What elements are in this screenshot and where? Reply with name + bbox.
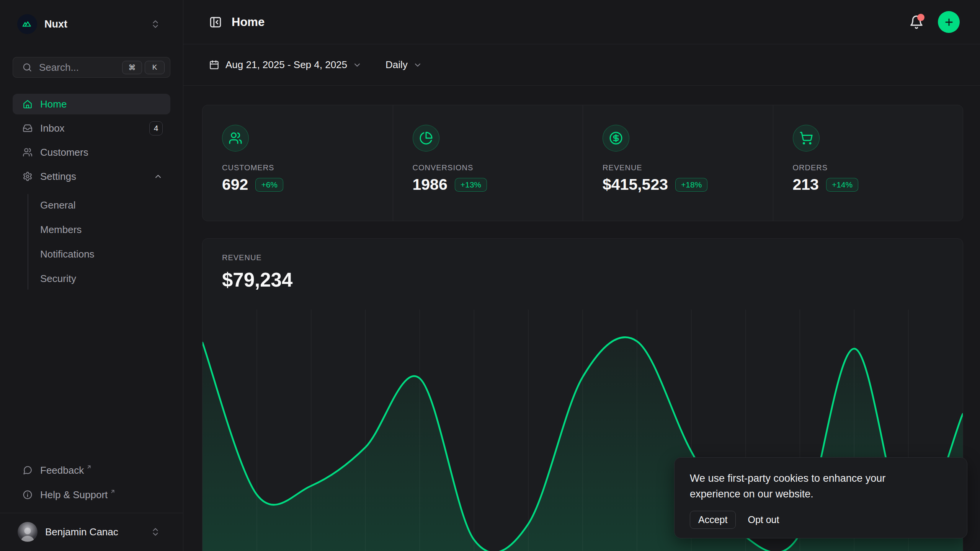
nuxt-logo-icon xyxy=(17,14,37,34)
help-support-link[interactable]: Help & Support xyxy=(13,485,170,505)
sidebar-nav: Home Inbox 4 Customers Settings xyxy=(13,94,170,289)
date-range-label: Aug 21, 2025 - Sep 4, 2025 xyxy=(225,59,347,71)
sidebar: Nuxt Search... ⌘ K Home Inbox 4 xyxy=(0,0,183,551)
accept-button[interactable]: Accept xyxy=(690,511,736,529)
search-placeholder: Search... xyxy=(39,62,79,73)
chevrons-up-down-icon xyxy=(150,527,160,537)
workspace-name: Nuxt xyxy=(44,18,67,30)
settings-children: General Members Notifications Security xyxy=(13,195,170,289)
arrow-up-right-icon xyxy=(86,464,92,470)
add-button[interactable] xyxy=(938,11,960,33)
circle-dollar-sign-icon xyxy=(603,125,629,152)
feedback-link[interactable]: Feedback xyxy=(13,460,170,480)
kbd-k: K xyxy=(145,61,165,74)
stat-value: $415,523 xyxy=(603,177,668,192)
stats-row: CUSTOMERS 692 +6% CONVERSIONS 1986 +13% xyxy=(202,105,963,221)
stat-delta-badge: +6% xyxy=(255,178,283,192)
calendar-icon xyxy=(209,60,219,70)
sidebar-subitem-general[interactable]: General xyxy=(13,195,170,215)
stat-delta-badge: +18% xyxy=(675,178,707,192)
kbd-command: ⌘ xyxy=(122,61,142,74)
revenue-chart-total: $79,234 xyxy=(222,269,292,291)
chevron-up-icon xyxy=(154,172,163,181)
sidebar-subitem-notifications[interactable]: Notifications xyxy=(13,244,170,264)
stat-label: ORDERS xyxy=(793,163,963,172)
stat-value: 692 xyxy=(222,177,248,192)
cookie-banner: We use first-party cookies to enhance yo… xyxy=(674,457,967,538)
stat-value: 1986 xyxy=(413,177,448,192)
user-name: Benjamin Canac xyxy=(45,526,118,538)
sidebar-item-inbox[interactable]: Inbox 4 xyxy=(13,118,170,139)
date-range-picker[interactable]: Aug 21, 2025 - Sep 4, 2025 xyxy=(209,59,362,71)
sidebar-subitem-security[interactable]: Security xyxy=(13,269,170,289)
avatar xyxy=(18,522,38,542)
house-icon xyxy=(23,99,33,109)
sidebar-secondary: Feedback Help & Support xyxy=(13,460,170,505)
search-icon xyxy=(22,62,32,72)
notifications-button[interactable] xyxy=(909,15,924,29)
shopping-cart-icon xyxy=(793,125,820,152)
sidebar-item-label: Home xyxy=(40,98,67,110)
user-menu[interactable]: Benjamin Canac xyxy=(13,520,170,543)
search-input[interactable]: Search... ⌘ K xyxy=(13,57,170,78)
stat-card-customers[interactable]: CUSTOMERS 692 +6% xyxy=(203,105,393,221)
tree-guide-line xyxy=(28,194,28,290)
plus-icon xyxy=(944,17,954,28)
arrow-up-right-icon xyxy=(110,489,116,494)
info-circle-icon xyxy=(23,490,33,500)
workspace-selector[interactable]: Nuxt xyxy=(13,13,170,35)
sidebar-item-label: Inbox xyxy=(40,122,65,134)
cookie-message: We use first-party cookies to enhance yo… xyxy=(690,471,935,502)
sidebar-item-home[interactable]: Home xyxy=(13,94,170,114)
stat-label: CONVERSIONS xyxy=(413,163,583,172)
stat-label: CUSTOMERS xyxy=(222,163,393,172)
granularity-label: Daily xyxy=(385,59,408,71)
inbox-count-badge: 4 xyxy=(149,121,163,135)
stat-value: 213 xyxy=(793,177,819,192)
users-icon xyxy=(222,125,249,152)
sidebar-item-settings[interactable]: Settings xyxy=(13,166,170,187)
chevron-down-icon xyxy=(413,60,422,70)
stat-card-conversions[interactable]: CONVERSIONS 1986 +13% xyxy=(393,105,583,221)
chevron-down-icon xyxy=(353,60,362,70)
sidebar-divider xyxy=(0,513,183,513)
search-shortcut: ⌘ K xyxy=(122,61,165,74)
stat-delta-badge: +14% xyxy=(826,178,858,192)
sidebar-item-customers[interactable]: Customers xyxy=(13,142,170,163)
opt-out-button[interactable]: Opt out xyxy=(748,511,779,528)
message-circle-icon xyxy=(23,465,33,475)
sidebar-item-label: Settings xyxy=(40,171,76,183)
settings-gear-icon xyxy=(23,171,33,181)
inbox-icon xyxy=(23,123,33,133)
page-title: Home xyxy=(232,15,265,29)
stat-card-orders[interactable]: ORDERS 213 +14% xyxy=(773,105,963,221)
notification-dot xyxy=(917,14,924,21)
filters-toolbar: Aug 21, 2025 - Sep 4, 2025 Daily xyxy=(183,44,980,86)
sidebar-subitem-members[interactable]: Members xyxy=(13,220,170,240)
sidebar-item-label: Customers xyxy=(40,147,88,158)
chart-pie-icon xyxy=(413,125,439,152)
page-header: Home xyxy=(183,0,980,44)
revenue-chart-label: REVENUE xyxy=(222,253,262,262)
users-icon xyxy=(23,147,33,157)
stat-delta-badge: +13% xyxy=(455,178,487,192)
granularity-select[interactable]: Daily xyxy=(385,59,422,71)
stat-label: REVENUE xyxy=(603,163,773,172)
stat-card-revenue[interactable]: REVENUE $415,523 +18% xyxy=(583,105,773,221)
panel-left-close-icon[interactable] xyxy=(209,16,222,29)
chevrons-up-down-icon xyxy=(150,19,160,29)
